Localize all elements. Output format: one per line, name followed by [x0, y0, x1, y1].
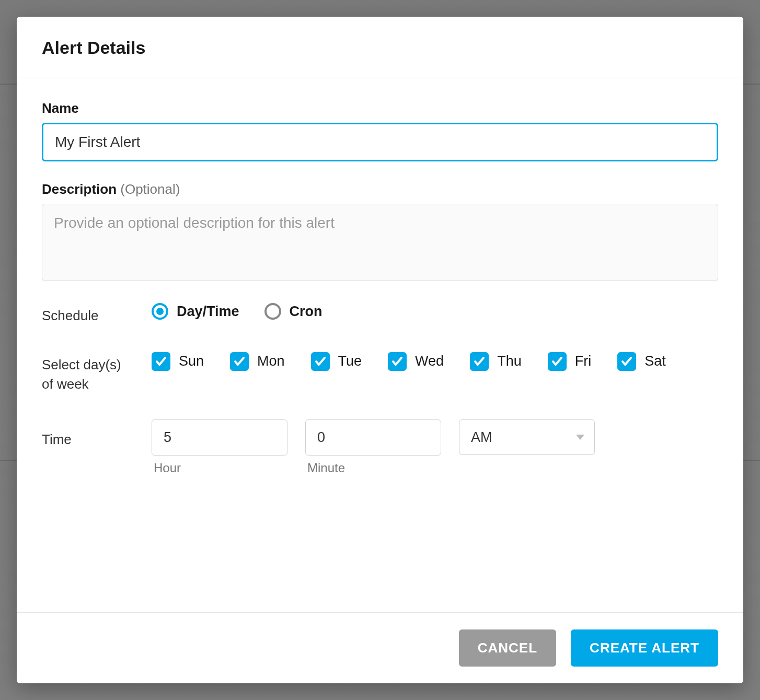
hour-wrap: Hour [152, 419, 287, 475]
description-group: Description (Optional) [42, 181, 718, 283]
radio-cron-label: Cron [290, 304, 323, 320]
check-icon [152, 352, 170, 371]
check-icon [388, 352, 407, 371]
check-icon [470, 352, 489, 371]
hour-sublabel: Hour [152, 461, 287, 475]
ampm-select[interactable]: AM [459, 419, 595, 455]
name-label: Name [42, 100, 718, 116]
modal-header: Alert Details [17, 17, 743, 77]
modal-title: Alert Details [42, 38, 718, 58]
checkbox-sat[interactable]: Sat [617, 352, 666, 371]
radio-circle-icon [152, 303, 168, 320]
time-label: Time [42, 419, 136, 450]
time-fields: Hour Minute AM [152, 419, 718, 475]
description-label-text: Description [42, 181, 117, 197]
check-icon [311, 352, 330, 371]
checkbox-sun[interactable]: Sun [152, 352, 204, 371]
ampm-wrap: AM [459, 419, 595, 455]
checkbox-fri[interactable]: Fri [548, 352, 591, 371]
checkbox-fri-label: Fri [575, 353, 591, 369]
days-row: Select day(s) of week Sun Mon [42, 352, 718, 394]
radio-dot-icon [156, 308, 164, 315]
radio-circle-icon [264, 303, 281, 320]
description-label-suffix: (Optional) [120, 181, 180, 197]
cancel-button[interactable]: CANCEL [459, 629, 556, 667]
modal-footer: CANCEL CREATE ALERT [17, 612, 743, 683]
schedule-options: Day/Time Cron [152, 303, 718, 320]
radio-daytime[interactable]: Day/Time [152, 303, 239, 320]
schedule-label: Schedule [42, 303, 136, 326]
checkbox-mon[interactable]: Mon [230, 352, 285, 371]
name-input[interactable] [42, 123, 718, 161]
checkbox-wed[interactable]: Wed [388, 352, 444, 371]
checkbox-sun-label: Sun [179, 353, 204, 369]
alert-details-modal: Alert Details Name Description (Optional… [17, 17, 743, 683]
minute-sublabel: Minute [305, 461, 441, 475]
checkbox-sat-label: Sat [644, 353, 666, 369]
checkbox-tue[interactable]: Tue [311, 352, 362, 371]
check-icon [230, 352, 249, 371]
checkbox-thu[interactable]: Thu [470, 352, 522, 371]
radio-daytime-label: Day/Time [177, 304, 239, 320]
checkbox-wed-label: Wed [415, 353, 444, 369]
minute-wrap: Minute [305, 419, 441, 475]
time-row: Time Hour Minute AM [42, 419, 718, 475]
description-label: Description (Optional) [42, 181, 718, 197]
name-group: Name [42, 100, 718, 161]
checkbox-mon-label: Mon [257, 353, 285, 369]
radio-cron[interactable]: Cron [264, 303, 323, 320]
check-icon [548, 352, 567, 371]
check-icon [617, 352, 636, 371]
hour-input[interactable] [152, 419, 287, 456]
create-alert-button[interactable]: CREATE ALERT [571, 629, 718, 667]
checkbox-thu-label: Thu [497, 353, 522, 369]
description-input[interactable] [42, 204, 718, 281]
days-grid: Sun Mon Tue [152, 352, 718, 371]
minute-input[interactable] [305, 419, 441, 456]
modal-body: Name Description (Optional) Schedule Day… [17, 77, 743, 612]
days-label: Select day(s) of week [42, 352, 136, 394]
schedule-row: Schedule Day/Time Cron [42, 303, 718, 326]
checkbox-tue-label: Tue [338, 353, 362, 369]
